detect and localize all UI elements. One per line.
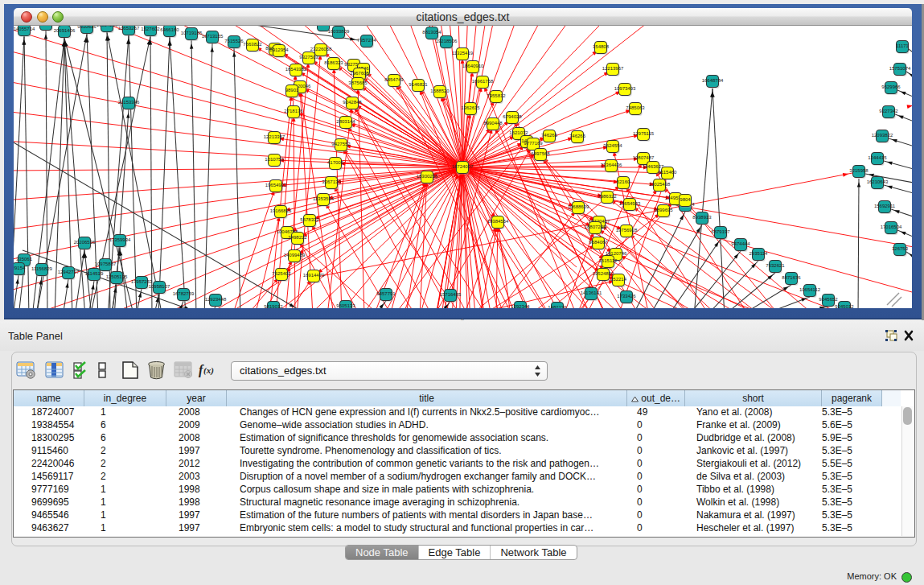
svg-text:7955812: 7955812 (487, 93, 506, 98)
svg-text:20691406: 20691406 (54, 28, 76, 33)
svg-text:1621072: 1621072 (509, 130, 528, 135)
svg-text:6497568: 6497568 (531, 151, 550, 156)
svg-text:14055714: 14055714 (14, 27, 35, 31)
svg-text:18640910: 18640910 (462, 64, 484, 68)
svg-text:9227342: 9227342 (879, 109, 898, 113)
svg-text:1362615: 1362615 (461, 105, 480, 110)
svg-text:9115460: 9115460 (659, 170, 678, 175)
svg-text:11325419: 11325419 (452, 51, 474, 56)
svg-text:2803144: 2803144 (336, 119, 355, 124)
svg-text:12093822: 12093822 (872, 133, 893, 138)
svg-text:19384554: 19384554 (487, 219, 509, 224)
svg-text:1092344: 1092344 (511, 304, 530, 308)
svg-text:10807487: 10807487 (633, 155, 655, 160)
svg-text:252214: 252214 (610, 277, 627, 282)
svg-text:19524851: 19524851 (593, 271, 614, 276)
svg-text:3875685: 3875685 (348, 80, 368, 85)
svg-text:6794028: 6794028 (503, 114, 522, 119)
svg-text:9245652: 9245652 (819, 297, 838, 302)
svg-text:10688609: 10688609 (568, 204, 589, 209)
svg-text:14463627: 14463627 (643, 164, 664, 169)
svg-text:154808: 154808 (593, 44, 610, 49)
svg-text:9777169: 9777169 (524, 141, 543, 146)
svg-text:10958107: 10958107 (149, 284, 170, 289)
svg-text:7625402: 7625402 (272, 271, 291, 276)
svg-text:126753: 126753 (892, 246, 909, 251)
svg-text:1615112: 1615112 (599, 258, 618, 263)
svg-text:7515526: 7515526 (224, 39, 244, 43)
svg-text:17016504: 17016504 (881, 225, 902, 229)
svg-text:19654923: 19654923 (265, 183, 287, 187)
svg-text:8813054: 8813054 (422, 30, 441, 35)
svg-text:335061: 335061 (16, 257, 33, 262)
svg-text:9427552: 9427552 (331, 142, 351, 146)
svg-text:1482133: 1482133 (548, 305, 567, 308)
svg-text:18300295: 18300295 (417, 174, 438, 179)
svg-text:16961758: 16961758 (472, 79, 494, 84)
svg-text:9684067: 9684067 (589, 240, 608, 245)
svg-text:10973493: 10973493 (614, 86, 636, 91)
svg-text:1527602: 1527602 (141, 27, 160, 31)
svg-text:746266: 746266 (569, 134, 586, 138)
svg-text:8471676: 8471676 (782, 275, 801, 280)
svg-text:10025438: 10025438 (649, 182, 671, 187)
svg-text:20891406: 20891406 (313, 26, 335, 27)
svg-text:10654112: 10654112 (799, 287, 821, 292)
svg-text:9529966: 9529966 (881, 84, 901, 89)
svg-text:8912954: 8912954 (269, 47, 289, 52)
svg-text:14136141: 14136141 (581, 290, 602, 295)
svg-text:16543382: 16543382 (285, 67, 307, 72)
svg-text:417006: 417006 (327, 160, 344, 165)
svg-text:39154: 39154 (14, 266, 26, 270)
svg-text:11353594: 11353594 (313, 196, 335, 201)
svg-text:9474444: 9474444 (731, 241, 750, 246)
svg-text:19166825: 19166825 (270, 208, 292, 213)
svg-text:19927216: 19927216 (97, 26, 118, 27)
svg-text:1588520: 1588520 (430, 89, 450, 93)
svg-text:2935114: 2935114 (749, 251, 769, 256)
svg-text:12975115: 12975115 (633, 131, 655, 136)
svg-text:2967608: 2967608 (350, 71, 369, 76)
svg-text:10975887: 10975887 (95, 262, 117, 266)
svg-text:12942737: 12942737 (58, 270, 80, 274)
svg-text:11156829: 11156829 (31, 266, 52, 271)
svg-text:7357274: 7357274 (357, 38, 376, 43)
svg-text:16713155: 16713155 (202, 34, 224, 39)
svg-text:7663822: 7663822 (243, 42, 262, 47)
svg-text:8186323: 8186323 (324, 60, 343, 65)
svg-text:9245012: 9245012 (835, 304, 854, 308)
svg-text:19218506: 19218506 (436, 39, 458, 43)
svg-text:9899695: 9899695 (654, 208, 673, 212)
svg-text:15692911: 15692911 (874, 204, 896, 208)
svg-text:8990448: 8990448 (483, 121, 503, 126)
svg-text:16914479: 16914479 (303, 273, 325, 278)
svg-text:20206536: 20206536 (74, 240, 96, 245)
svg-text:7485063: 7485063 (626, 105, 645, 110)
svg-text:16033809: 16033809 (328, 29, 350, 34)
svg-text:20153346: 20153346 (118, 100, 140, 105)
svg-text:9505133: 9505133 (336, 303, 355, 308)
svg-text:10719185: 10719185 (181, 31, 203, 35)
svg-text:7632621: 7632621 (766, 263, 785, 268)
svg-text:12213967: 12213967 (602, 66, 624, 71)
svg-text:12505135: 12505135 (106, 274, 128, 279)
svg-text:62160: 62160 (617, 179, 630, 184)
svg-text:1244415: 1244415 (868, 155, 887, 160)
svg-text:1010753: 1010753 (265, 157, 284, 162)
svg-text:9146821: 9146821 (409, 82, 428, 87)
svg-text:6879197: 6879197 (711, 229, 730, 234)
svg-text:16782759: 16782759 (173, 291, 195, 296)
svg-text:12213367: 12213367 (264, 134, 285, 139)
svg-text:2718176: 2718176 (284, 109, 303, 113)
svg-text:16648784: 16648784 (702, 78, 724, 83)
svg-text:9242848: 9242848 (343, 100, 362, 105)
svg-text:9819012: 9819012 (264, 304, 283, 308)
svg-text:9310616: 9310616 (77, 26, 97, 29)
svg-text:10653267: 10653267 (118, 26, 140, 31)
svg-text:7986322: 7986322 (598, 194, 617, 199)
svg-text:18724007: 18724007 (452, 164, 474, 169)
svg-text:21364436: 21364436 (601, 163, 622, 167)
svg-text:1114519: 1114519 (85, 271, 104, 276)
svg-text:8454749: 8454749 (384, 77, 404, 82)
svg-text:11171: 11171 (896, 43, 909, 48)
